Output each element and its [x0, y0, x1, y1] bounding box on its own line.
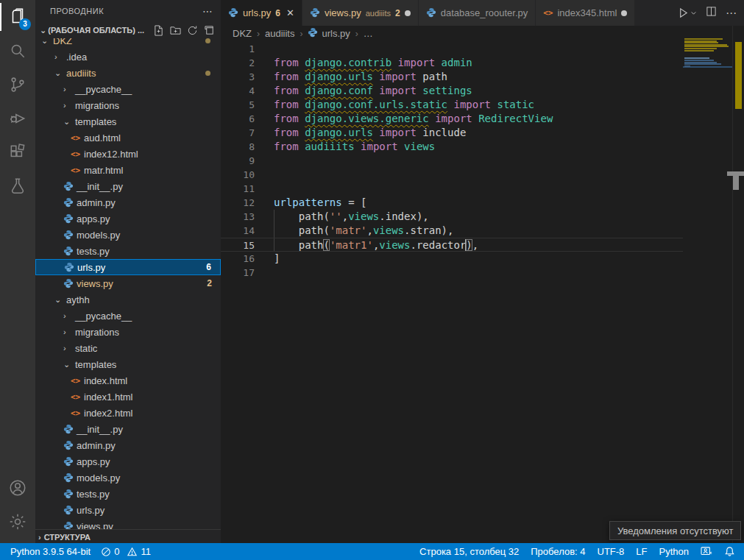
tree-folder-__pycache__[interactable]: ›__pycache__	[35, 81, 221, 97]
breadcrumb-item[interactable]: urls.py	[308, 27, 350, 40]
tree-file-matr.html[interactable]: <>matr.html	[35, 162, 221, 178]
new-file-icon[interactable]	[153, 25, 164, 36]
split-editor-icon[interactable]	[706, 6, 717, 20]
chevron-right-icon[interactable]: ›	[63, 344, 75, 352]
tree-file-index12.html[interactable]: <>index12.html	[35, 146, 221, 162]
breadcrumb-item[interactable]: audiiits	[265, 28, 294, 39]
code-line-1[interactable]: 1	[221, 42, 683, 56]
code-line-13[interactable]: 13 path('',views.index),	[221, 210, 683, 224]
tree-folder-aythh[interactable]: ⌄aythh	[35, 291, 221, 308]
tree-file-apps.py[interactable]: apps.py	[35, 453, 221, 469]
chevron-right-icon[interactable]: ›	[63, 311, 75, 320]
code-line-15[interactable]: 15 path('matr1',views.redactor),	[221, 238, 683, 252]
search-icon[interactable]	[0, 34, 35, 68]
chevron-down-icon[interactable]: ⌄	[54, 68, 66, 78]
tree-folder-templates[interactable]: ⌄templates	[35, 113, 221, 130]
eol-status[interactable]: LF	[636, 546, 647, 557]
source-control-icon[interactable]	[0, 68, 35, 102]
chevron-down-icon[interactable]: ⌄	[54, 295, 66, 305]
close-icon[interactable]: ✕	[286, 7, 294, 18]
tree-file-index1.html[interactable]: <>index1.html	[35, 389, 221, 405]
tree-folder-static[interactable]: ›static	[35, 340, 221, 356]
code-editor[interactable]: 12from django.contrib import admin3from …	[221, 41, 683, 543]
minimap[interactable]	[683, 26, 733, 543]
chevron-right-icon[interactable]: ›	[63, 101, 75, 110]
tab-urls.py[interactable]: urls.py6✕	[221, 0, 302, 26]
tree-file-__init__.py[interactable]: __init__.py	[35, 178, 221, 194]
tree-file-index.html[interactable]: <>index.html	[35, 372, 221, 389]
chevron-right-icon[interactable]: ›	[63, 85, 75, 93]
code-line-9[interactable]: 9	[221, 154, 683, 168]
tree-folder-migrations[interactable]: ›migrations	[35, 97, 221, 113]
encoding-status[interactable]: UTF-8	[598, 546, 625, 557]
tree-file-models.py[interactable]: models.py	[35, 469, 221, 486]
chevron-down-icon[interactable]: ⌄	[63, 360, 75, 369]
tree-file-tests.py[interactable]: tests.py	[35, 243, 221, 259]
more-actions-icon[interactable]: ⋯	[726, 7, 737, 20]
scrollbar-thumb[interactable]	[733, 176, 739, 190]
tree-file-urls.py[interactable]: urls.py6	[35, 259, 221, 275]
tree-file-index2.html[interactable]: <>index2.html	[35, 405, 221, 421]
code-line-7[interactable]: 7from django.urls import include	[221, 126, 683, 140]
code-line-5[interactable]: 5from django.conf.urls.static import sta…	[221, 98, 683, 112]
cursor-position-status[interactable]: Строка 15, столбец 32	[419, 546, 519, 557]
modified-dot-icon[interactable]	[405, 10, 411, 16]
explorer-icon[interactable]: 3	[0, 0, 35, 34]
structure-section-header[interactable]: › СТРУКТУРА	[35, 529, 221, 544]
sidebar-more-icon[interactable]: ⋯	[202, 5, 213, 17]
python-interpreter-status[interactable]: Python 3.9.5 64-bit	[10, 546, 91, 557]
code-line-17[interactable]: 17	[221, 266, 683, 280]
tree-folder-__pycache__[interactable]: ›__pycache__	[35, 308, 221, 324]
tab-database_roouter.py[interactable]: database_roouter.py	[419, 0, 536, 26]
tree-file-views.py[interactable]: views.py2	[35, 275, 221, 291]
problems-status[interactable]: 0 11	[101, 546, 151, 557]
tree-file-tests.py[interactable]: tests.py	[35, 486, 221, 502]
settings-gear-icon[interactable]	[0, 505, 35, 539]
code-line-14[interactable]: 14 path('matr',views.stran),	[221, 224, 683, 238]
breadcrumb-item[interactable]: DKZ	[233, 28, 252, 39]
chevron-right-icon[interactable]: ›	[54, 52, 66, 61]
tree-file-__init__.py[interactable]: __init__.py	[35, 421, 221, 437]
tree-folder-.idea[interactable]: ›.idea	[35, 49, 221, 65]
code-line-8[interactable]: 8from audiiits import views	[221, 140, 683, 154]
feedback-icon[interactable]	[701, 547, 712, 557]
chevron-down-icon[interactable]: ⌄	[63, 117, 75, 127]
tree-file-views.py[interactable]: views.py	[35, 518, 221, 529]
tab-views.py[interactable]: views.pyaudiiits2	[302, 0, 419, 26]
tree-folder-audiiits[interactable]: ⌄audiiits	[35, 65, 221, 81]
chevron-down-icon[interactable]: ⌄	[41, 38, 53, 46]
code-line-16[interactable]: 16]	[221, 252, 683, 266]
tree-folder-DKZ[interactable]: ⌄DKZ	[35, 38, 221, 49]
chevron-right-icon[interactable]: ›	[63, 327, 75, 336]
tree-file-models.py[interactable]: models.py	[35, 227, 221, 243]
testing-icon[interactable]	[0, 169, 35, 203]
account-icon[interactable]	[0, 471, 35, 505]
notifications-bell-icon[interactable]	[724, 546, 735, 557]
modified-dot-icon[interactable]	[621, 10, 627, 16]
tree-folder-templates[interactable]: ⌄templates	[35, 356, 221, 372]
run-button[interactable]	[678, 7, 697, 18]
code-line-12[interactable]: 12urlpatterns = [	[221, 196, 683, 210]
code-line-2[interactable]: 2from django.contrib import admin	[221, 56, 683, 70]
collapse-all-icon[interactable]	[204, 25, 215, 36]
breadcrumb-item[interactable]: …	[364, 28, 373, 39]
tab-index345.html[interactable]: <>index345.html	[536, 0, 635, 26]
new-folder-icon[interactable]	[170, 25, 181, 36]
extensions-icon[interactable]	[0, 135, 35, 169]
editor-scrollbar[interactable]	[732, 26, 744, 543]
tree-file-admin.py[interactable]: admin.py	[35, 194, 221, 210]
tree-file-urls.py[interactable]: urls.py	[35, 502, 221, 518]
workspace-section-header[interactable]: ⌄ (РАБОЧАЯ ОБЛАСТЬ) ...	[35, 22, 221, 38]
language-mode-status[interactable]: Python	[659, 546, 689, 557]
code-line-3[interactable]: 3from django.urls import path	[221, 70, 683, 84]
indentation-status[interactable]: Пробелов: 4	[531, 546, 585, 557]
code-line-6[interactable]: 6from django.views.generic import Redire…	[221, 112, 683, 126]
code-line-11[interactable]: 11	[221, 182, 683, 196]
refresh-icon[interactable]	[187, 25, 198, 36]
run-debug-icon[interactable]	[0, 102, 35, 135]
tree-file-aud.html[interactable]: <>aud.html	[35, 130, 221, 146]
code-line-4[interactable]: 4from django.conf import settings	[221, 84, 683, 98]
tree-file-admin.py[interactable]: admin.py	[35, 437, 221, 453]
tree-folder-migrations[interactable]: ›migrations	[35, 324, 221, 340]
tree-file-apps.py[interactable]: apps.py	[35, 210, 221, 227]
